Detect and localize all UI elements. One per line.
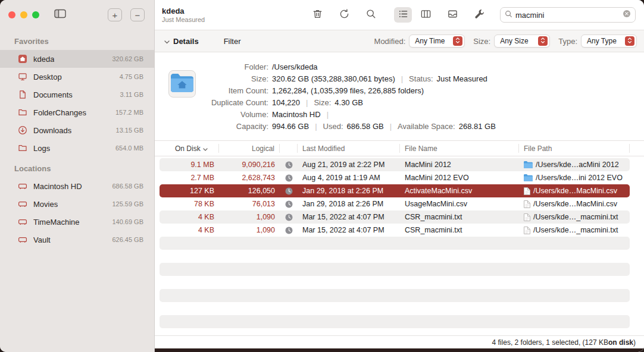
sort-chevron-icon — [203, 144, 208, 153]
info-value: /Users/kdeda — [272, 62, 318, 71]
zoom-button[interactable] — [32, 11, 39, 18]
info-value: 686.58 GB — [347, 122, 384, 131]
column-view-icon — [420, 8, 432, 22]
column-header-last-modified[interactable]: Last Modified — [298, 144, 400, 153]
cell-logical: 126,050 — [219, 187, 280, 195]
sidebar-item-size: 125.59 GB — [112, 200, 143, 208]
sidebar-item-macintosh-hd[interactable]: Macintosh HD 686.58 GB — [0, 177, 154, 195]
cell-on-disk: 9.1 MB — [160, 161, 219, 169]
size-filter-popup[interactable]: Any Size — [494, 34, 550, 48]
type-filter-popup[interactable]: Any Type — [581, 34, 637, 48]
cell-file-path: /Users/kde…MacMini.csv — [519, 200, 630, 208]
popup-chevrons-icon — [453, 36, 462, 46]
cell-last-modified: Jan 29, 2018 at 2:26 PM — [298, 200, 400, 208]
cell-on-disk: 78 KB — [160, 200, 219, 208]
sidebar-item-vault[interactable]: Vault 626.45 GB — [0, 231, 154, 249]
search-field[interactable] — [500, 7, 636, 23]
table-row[interactable]: 4 KB 1,090 Mar 15, 2022 at 4:07 PM CSR_m… — [160, 210, 630, 224]
status-bar: 4 files, 2 folders, 1 selected, (127 KB … — [155, 335, 644, 348]
disk-icon — [18, 217, 27, 227]
filter-popups: Modified: Any Time Size: Any Size Type: … — [366, 34, 637, 48]
sidebar-item-label: kdeda — [33, 55, 54, 64]
table-row[interactable]: 4 KB 1,090 Mar 15, 2022 at 4:07 PM CSR_m… — [160, 224, 630, 237]
table-row[interactable]: 9.1 MB 9,090,216 Aug 21, 2019 at 2:22 PM… — [160, 158, 630, 171]
list-view-button[interactable] — [394, 7, 412, 23]
sidebar-item-size: 654.0 MB — [115, 144, 143, 152]
empty-row — [160, 328, 630, 335]
sidebar-item-documents[interactable]: Documents 3.11 GB — [0, 86, 154, 103]
tray-button[interactable] — [443, 7, 461, 23]
table-row[interactable]: 127 KB 126,050 Jan 29, 2018 at 2:26 PM A… — [160, 184, 630, 197]
add-favorite-button[interactable]: + — [108, 8, 122, 21]
sidebar-item-size: 4.75 GB — [120, 73, 143, 80]
table-header: On Disk Logical Last Modified File Name … — [155, 141, 644, 156]
sidebar-item-desktop[interactable]: Desktop 4.75 GB — [0, 68, 154, 86]
popup-chevrons-icon — [538, 36, 548, 46]
status-text-bold: on disk — [608, 338, 633, 347]
close-button[interactable] — [8, 11, 15, 18]
delete-button[interactable] — [308, 7, 326, 23]
column-header-file-path[interactable]: File Path — [519, 144, 630, 153]
sidebar-item-size: 686.58 GB — [112, 183, 143, 190]
status-text-suffix: ) — [633, 338, 636, 347]
modified-filter-label: Modified: — [374, 37, 406, 46]
sidebar-titlebar: + − — [0, 0, 154, 30]
remove-favorite-button[interactable]: − — [130, 8, 145, 21]
file-icon — [524, 213, 530, 221]
document-icon — [18, 90, 27, 99]
table-row[interactable]: 78 KB 76,013 Jan 29, 2018 at 2:26 PM Usa… — [160, 197, 630, 210]
sidebar-item-logs[interactable]: Logs 654.0 MB — [0, 139, 154, 157]
clock-badge-icon — [280, 200, 298, 208]
sidebar-item-kdeda[interactable]: kdeda 320.62 GB — [0, 50, 154, 68]
tools-button[interactable] — [470, 7, 488, 23]
modified-filter-value: Any Time — [415, 37, 445, 45]
sidebar-item-label: Macintosh HD — [33, 182, 82, 191]
cell-last-modified: Aug 21, 2019 at 2:22 PM — [298, 161, 400, 169]
sidebar-item-size: 320.62 GB — [112, 55, 143, 62]
column-header-logical[interactable]: Logical — [219, 144, 280, 153]
details-panel: Folder:/Users/kdedaSize:320.62 GB (353,2… — [155, 52, 644, 141]
sidebar-toggle-icon — [54, 9, 66, 21]
info-label: Duplicate Count: — [196, 98, 268, 107]
clock-badge-icon — [280, 227, 298, 234]
divider: | — [327, 110, 329, 119]
search-input[interactable] — [515, 11, 620, 20]
table-row[interactable]: 2.7 MB 2,628,743 Aug 4, 2019 at 1:19 AM … — [160, 171, 630, 184]
sidebar-item-movies[interactable]: Movies 125.59 GB — [0, 195, 154, 213]
details-disclosure[interactable]: Details — [164, 37, 199, 46]
cell-on-disk: 2.7 MB — [160, 174, 219, 182]
cell-file-path: /Users/kde…acMini 2012 — [519, 161, 630, 169]
search-button[interactable] — [362, 7, 380, 23]
toggle-sidebar-button[interactable] — [52, 8, 68, 22]
clock-badge-icon — [280, 187, 298, 195]
column-header-file-name[interactable]: File Name — [400, 144, 519, 153]
empty-row — [160, 289, 630, 302]
filter-tab[interactable]: Filter — [224, 37, 241, 46]
column-header-badge[interactable] — [280, 144, 298, 153]
home-folder-icon — [168, 70, 196, 98]
column-view-button[interactable] — [417, 7, 434, 23]
folder-icon — [18, 108, 27, 117]
column-header-on-disk[interactable]: On Disk — [160, 144, 219, 153]
desktop-icon — [18, 72, 27, 81]
sidebar-item-folderchanges[interactable]: FolderChanges 157.2 MB — [0, 103, 154, 121]
file-icon — [524, 187, 530, 195]
refresh-button[interactable] — [335, 7, 353, 23]
window-title-block: kdeda Just Measured — [162, 7, 308, 23]
empty-row — [160, 315, 630, 328]
folder-icon — [18, 143, 27, 153]
cell-logical: 9,090,216 — [219, 161, 280, 169]
sidebar-item-downloads[interactable]: Downloads 13.15 GB — [0, 121, 154, 139]
sidebar-item-timemachine[interactable]: TimeMachine 140.69 GB — [0, 213, 154, 231]
sidebar: + − Favorites kdeda 320.62 GB Desktop 4.… — [0, 0, 155, 352]
clock-badge-icon — [280, 213, 298, 221]
clear-search-button[interactable] — [623, 10, 631, 20]
sidebar-item-label: Movies — [33, 200, 58, 209]
disk-icon — [18, 235, 27, 244]
modified-filter-popup[interactable]: Any Time — [409, 34, 465, 48]
cell-file-name: CSR_macmini.txt — [400, 226, 519, 234]
cell-last-modified: Mar 15, 2022 at 4:07 PM — [298, 213, 400, 221]
divider: | — [306, 98, 308, 107]
minimize-button[interactable] — [20, 11, 27, 18]
cell-logical: 76,013 — [219, 200, 280, 208]
